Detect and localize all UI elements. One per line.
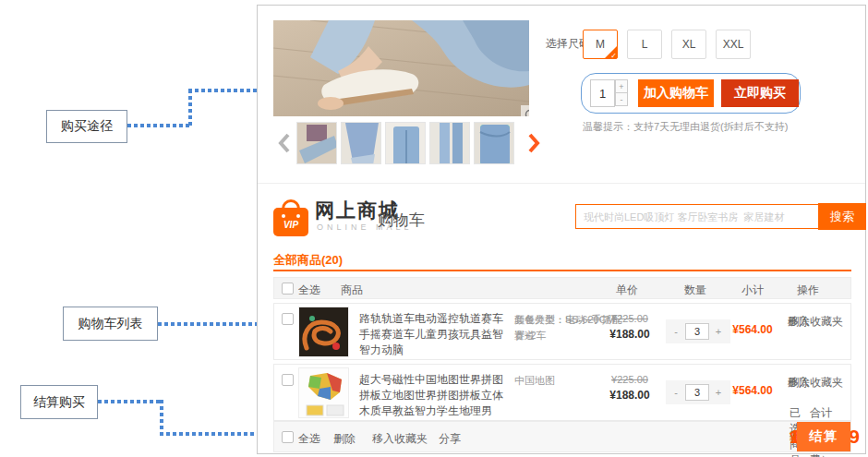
header-select-all-checkbox[interactable]	[282, 283, 294, 295]
thumbnail-5[interactable]	[474, 122, 514, 164]
header-select-all-label: 全选	[298, 283, 320, 298]
header-quantity: 数量	[684, 283, 706, 298]
row2-quantity-stepper: - 3 +	[666, 380, 730, 404]
cart-row-1: 路轨轨道车电动遥控轨道赛车手摇赛道车儿童男孩玩具益智智力动脑 套餐类型：电动+手…	[273, 303, 851, 360]
cart-table-header: 全选 商品 单价 数量 小计 操作	[273, 277, 851, 299]
section-divider	[258, 183, 865, 184]
zoom-magnifier-icon[interactable]	[521, 105, 529, 116]
annotation-cart-list: 购物车列表	[63, 307, 158, 341]
checkout-button[interactable]: 结算	[797, 422, 850, 451]
row2-price: ¥188.00	[599, 389, 660, 402]
header-unit-price: 单价	[616, 283, 638, 298]
search-box	[575, 204, 819, 229]
row1-qty-value[interactable]: 3	[685, 323, 709, 340]
size-options: M L XL XXL	[583, 30, 751, 59]
thumbnail-strip	[296, 122, 516, 164]
quantity-minus-button[interactable]: -	[615, 92, 628, 106]
row2-qty-minus[interactable]: -	[670, 384, 681, 401]
row1-qty-minus[interactable]: -	[670, 323, 681, 340]
page-title: 购物车	[378, 210, 425, 231]
thumbnail-3[interactable]	[385, 122, 426, 164]
row2-product-image	[298, 367, 349, 418]
row1-delete[interactable]: 删除	[788, 313, 810, 331]
annotation-cart-list-label: 购物车列表	[78, 316, 143, 332]
header-actions: 操作	[797, 283, 819, 298]
annotation-purchase-path: 购买途径	[46, 110, 127, 143]
row1-price: ¥188.00	[599, 328, 660, 341]
footer-share-link[interactable]: 分享	[439, 431, 461, 447]
cart-footer-bar: 全选 删除 移入收藏夹 分享 已选商品 6 件 合计（不含运费）： ¥ 1499…	[273, 421, 851, 452]
cart-row-2: 超大号磁性中国地图世界拼图拼板立地图世界拼图拼板立体木质早教益智力学生地理男 中…	[273, 364, 851, 421]
thumbnails-prev-icon[interactable]	[278, 133, 291, 153]
row1-title[interactable]: 路轨轨道车电动遥控轨道赛车手摇赛道车儿童男孩玩具益智智力动脑	[359, 311, 509, 358]
row2-title[interactable]: 超大号磁性中国地图世界拼图拼板立地图世界拼图拼板立体木质早教益智力学生地理男	[359, 372, 509, 419]
size-option-xxl[interactable]: XXL	[716, 30, 751, 59]
cart-section-title: 全部商品(20)	[273, 252, 343, 269]
row2-checkbox[interactable]	[282, 374, 294, 386]
row1-product-image	[298, 307, 349, 357]
size-option-l[interactable]: L	[627, 30, 662, 59]
thumbnails-next-icon[interactable]	[527, 133, 540, 153]
thumbnail-1[interactable]	[296, 122, 337, 164]
arrow-purchase-path-seg2	[188, 90, 192, 126]
buy-now-button[interactable]: 立即购买	[721, 79, 799, 107]
row2-qty-value[interactable]: 3	[685, 384, 709, 401]
annotation-checkout: 结算购买	[20, 385, 98, 419]
thumbnail-4[interactable]	[429, 122, 470, 164]
product-photo	[273, 20, 529, 116]
annotation-purchase-path-label: 购买途径	[61, 118, 113, 135]
row2-delete[interactable]: 删除	[788, 374, 810, 391]
add-to-cart-button[interactable]: 加入购物车	[638, 79, 714, 107]
footer-move-fav-link[interactable]: 移入收藏夹	[372, 431, 428, 447]
return-policy-tip: 温馨提示：支持7天无理由退货(拆封后不支持)	[583, 120, 788, 134]
page-panel: 选择尺码: M L XL XXL + - 加入购物车 立即购买 温馨提示：支持7…	[257, 5, 866, 454]
row1-original-price: ¥225.00	[599, 313, 660, 324]
product-main-image	[273, 20, 529, 116]
size-option-xl[interactable]: XL	[671, 30, 706, 59]
row1-checkbox[interactable]	[282, 313, 294, 325]
arrow-checkout-seg1	[98, 400, 163, 403]
screenshot-root: 购买途径 购物车列表 结算购买	[0, 0, 868, 457]
thumbnail-2[interactable]	[341, 122, 381, 164]
row2-subtotal: ¥564.00	[723, 384, 782, 397]
cart-section-rule	[273, 270, 851, 271]
footer-select-all-checkbox[interactable]	[282, 431, 294, 443]
header-subtotal: 小计	[741, 283, 764, 298]
size-option-m[interactable]: M	[583, 30, 618, 59]
header-product: 商品	[341, 283, 363, 298]
search-button[interactable]: 搜索	[818, 203, 866, 230]
arrow-purchase-path-seg1	[127, 124, 192, 127]
quantity-plus-button[interactable]: +	[615, 79, 628, 93]
quantity-stepper: + -	[615, 79, 628, 107]
mall-logo-icon: VIP	[273, 199, 308, 236]
arrow-checkout-seg2	[160, 400, 163, 435]
footer-select-all-label[interactable]: 全选	[298, 431, 320, 447]
annotation-checkout-label: 结算购买	[33, 394, 85, 411]
row1-quantity-stepper: - 3 +	[666, 319, 730, 343]
quantity-input[interactable]	[590, 79, 615, 107]
row2-original-price: ¥225.00	[599, 374, 660, 385]
search-input[interactable]	[576, 205, 818, 228]
row1-subtotal: ¥564.00	[723, 323, 782, 336]
footer-delete-link[interactable]: 删除	[333, 431, 356, 447]
arrow-cart-list-seg1	[158, 322, 271, 326]
